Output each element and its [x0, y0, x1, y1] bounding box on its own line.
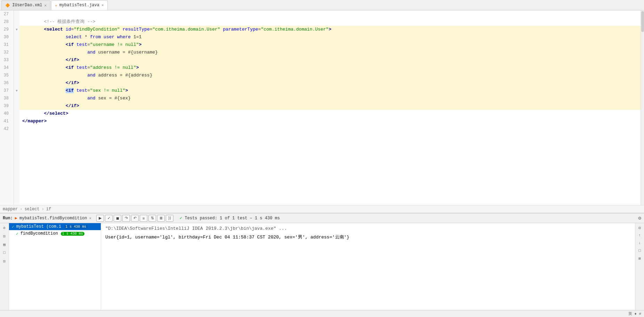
xml-icon: 🔶 [5, 3, 10, 8]
run-sort-button[interactable]: ≡ [140, 215, 147, 222]
check-icon: ✓ [180, 216, 182, 221]
breadcrumb-select[interactable]: select [24, 207, 39, 212]
test-passed-text: ✓ Tests passed: 1 of 1 test – 1 s 430 ms [180, 216, 280, 221]
run-content: ⊘ ⊡ ▤ □ ⊡ ✓ mybatisTest (com.i 1 s 430 m… [0, 223, 644, 310]
gutter-row-42 [14, 125, 19, 133]
run-rerun2-button[interactable]: ↶ [131, 215, 139, 222]
line-number-31: 31 [3, 41, 11, 49]
run-collapse-button[interactable]: ⟩⟩ [166, 215, 173, 222]
sidebar-check-1: ✓ [16, 231, 18, 236]
code-line-31: <if test="username != null"> [19, 41, 641, 49]
line-number-36: 36 [3, 79, 11, 87]
gutter-row-35 [14, 72, 19, 79]
left-icon-1[interactable]: ⊘ [1, 225, 8, 231]
code-line-37: <if test="sex != null"> [19, 87, 641, 95]
tab-bar: 🔶 IUserDao.xml ✕ ☕ mybatisTest.java ✕ [0, 0, 644, 10]
run-sidebar: ✓ mybatisTest (com.i 1 s 430 ms ✓ findBy… [9, 223, 101, 310]
tab-iuserdao-close[interactable]: ✕ [44, 3, 47, 8]
run-panel-close[interactable]: ✕ [89, 216, 91, 220]
gutter-row-29: ▼ [14, 26, 19, 33]
gutter-row-40 [14, 110, 19, 117]
run-tab-name[interactable]: mybatisTest.findBycomdition [19, 216, 87, 221]
scrollbar-thumb[interactable] [641, 11, 644, 32]
gutter-row-27 [14, 10, 19, 18]
line-number-42: 42 [3, 125, 11, 133]
bottom-panel: Run: ▶ mybatisTest.findBycomdition ✕ ▶ ✓… [0, 213, 644, 310]
right-icon-5[interactable]: ⊠ [637, 255, 643, 261]
run-buttons: ▶ ✓ ⏹ ↷ ↶ ≡ ⇅ ≣ ⟩⟩ [96, 215, 173, 222]
run-sidebar-item-1[interactable]: ✓ findBycomdition 1 s 430 ms [9, 230, 101, 237]
gutter-row-37: ▼ [14, 87, 19, 95]
code-line-41: </mapper> [19, 117, 641, 125]
line-number-34: 34 [3, 64, 11, 72]
run-sort2-button[interactable]: ⇅ [148, 215, 156, 222]
gutter-row-31 [14, 41, 19, 49]
code-line-38: and sex = #{sex} [19, 95, 641, 102]
code-line-29: <select id="findByCondition" resultType=… [19, 26, 641, 33]
sidebar-item-label-0: mybatisTest (com.i [16, 224, 62, 229]
tests-passed-label: Tests passed: 1 of 1 test – 1 s 430 ms [185, 216, 280, 221]
gutter: ▼▼ [14, 10, 19, 205]
output-line1: "D:\IDEA\SoftwareFlies\IntelliJ IDEA 201… [105, 226, 631, 231]
code-line-36: </if> [19, 79, 641, 87]
right-icon-3[interactable]: ↓ [637, 240, 643, 246]
line-number-40: 40 [3, 110, 11, 117]
tab-mybatistest-label: mybatisTest.java [59, 3, 99, 8]
left-icon-2[interactable]: ⊡ [1, 233, 8, 239]
sidebar-check-0: ✓ [12, 225, 14, 229]
gutter-row-32 [14, 49, 19, 56]
code-lines: <!-- 根据条件查询 --> <select id="findByCondit… [19, 10, 641, 205]
left-icon-5[interactable]: ⊡ [1, 258, 8, 264]
code-line-34: <if test="address != null"> [19, 64, 641, 72]
code-line-40: </select> [19, 110, 641, 117]
line-number-38: 38 [3, 95, 11, 102]
run-expand-button[interactable]: ≣ [157, 215, 165, 222]
breadcrumb-mapper[interactable]: mapper [3, 207, 18, 212]
run-stop-button[interactable]: ⏹ [114, 215, 121, 222]
line-number-27: 27 [3, 10, 11, 18]
code-line-35: and address = #{address} [19, 72, 641, 79]
run-toolbar: Run: ▶ mybatisTest.findBycomdition ✕ ▶ ✓… [0, 213, 644, 223]
run-check-button[interactable]: ✓ [105, 215, 113, 222]
tab-mybatistest[interactable]: ☕ mybatisTest.java ✕ [51, 0, 107, 10]
run-label: Run: [3, 216, 13, 221]
left-icon-4[interactable]: □ [1, 250, 8, 256]
code-line-30: select * from user where 1=1 [19, 33, 641, 41]
line-number-28: 28 [3, 18, 11, 26]
gutter-row-38 [14, 95, 19, 102]
gutter-row-36 [14, 79, 19, 87]
breadcrumb-bar: mapper › select › if [0, 205, 644, 213]
right-icon-2[interactable]: ↑ [637, 232, 643, 238]
breadcrumb-if[interactable]: if [46, 207, 51, 212]
run-sidebar-item-0[interactable]: ✓ mybatisTest (com.i 1 s 430 ms [9, 223, 101, 230]
code-container: 27282930313233343536373839404142 ▼▼ <!--… [0, 10, 644, 205]
status-text: 英 ♦ # [628, 311, 641, 316]
code-line-33: </if> [19, 56, 641, 64]
run-rerun-button[interactable]: ↷ [122, 215, 130, 222]
line-numbers: 27282930313233343536373839404142 [0, 10, 14, 205]
tab-iuserdao-label: IUserDao.xml [12, 3, 42, 8]
line-number-35: 35 [3, 72, 11, 79]
gutter-row-39 [14, 102, 19, 110]
breadcrumb-sep2: › [42, 207, 44, 212]
settings-icon[interactable]: ⚙ [638, 215, 641, 221]
right-icon-1[interactable]: ⊡ [637, 225, 643, 231]
editor-area: 27282930313233343536373839404142 ▼▼ <!--… [0, 10, 644, 213]
sidebar-badge-0: 1 s 430 ms [64, 225, 88, 229]
gutter-row-33 [14, 56, 19, 64]
tab-mybatistest-close[interactable]: ✕ [101, 3, 104, 7]
right-icon-4[interactable]: □ [637, 247, 643, 254]
run-play-button[interactable]: ▶ [96, 215, 104, 222]
left-icon-3[interactable]: ▤ [1, 241, 8, 247]
code-line-28: <!-- 根据条件查询 --> [19, 18, 641, 26]
right-panel-icons: ⊡ ↑ ↓ □ ⊠ [635, 223, 644, 310]
output-line2: User{id=1, username='lgl', birthday=Fri … [105, 234, 631, 240]
tab-iuserdao[interactable]: 🔶 IUserDao.xml ✕ [1, 0, 50, 10]
line-number-39: 39 [3, 102, 11, 110]
left-icons: ⊘ ⊡ ▤ □ ⊡ [0, 223, 9, 310]
sidebar-item-label-1: findBycomdition [21, 231, 58, 236]
code-line-32: and username = #{username} [19, 49, 641, 56]
java-icon: ☕ [55, 3, 57, 7]
run-icon: ▶ [15, 216, 17, 221]
scrollbar-right[interactable] [641, 10, 644, 205]
